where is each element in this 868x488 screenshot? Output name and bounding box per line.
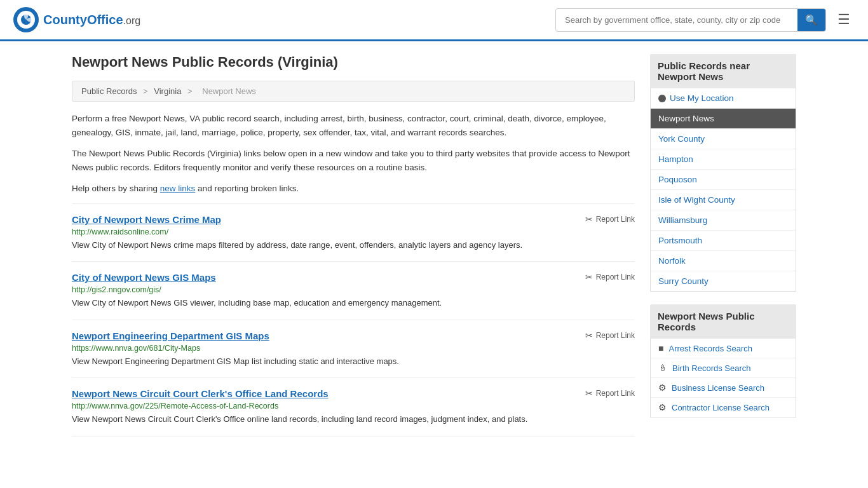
sidebar-nearby-item[interactable]: Surry County bbox=[651, 271, 796, 291]
sidebar-item-link[interactable]: Portsmouth bbox=[658, 236, 702, 245]
sidebar-nearby-item[interactable]: Isle of Wight County bbox=[651, 190, 796, 210]
nearby-list: Use My Location Newport NewsYork CountyH… bbox=[650, 88, 796, 292]
sidebar-item-link[interactable]: Isle of Wight County bbox=[658, 195, 735, 205]
sidebar-record-link[interactable]: Birth Records Search bbox=[672, 363, 751, 373]
logo-icon bbox=[13, 6, 39, 33]
sidebar-item-link[interactable]: York County bbox=[658, 134, 705, 144]
report-link[interactable]: ✂ Report Link bbox=[585, 388, 635, 398]
sidebar-nearby-item[interactable]: Newport News bbox=[651, 109, 796, 129]
location-dot-icon bbox=[658, 95, 666, 102]
record-title[interactable]: City of Newport News Crime Map bbox=[72, 214, 221, 225]
scissors-icon: ✂ bbox=[585, 272, 593, 282]
scissors-icon: ✂ bbox=[585, 330, 593, 341]
sidebar-nearby-item[interactable]: Portsmouth bbox=[651, 231, 796, 251]
sidebar-record-item[interactable]: 🕯 Birth Records Search bbox=[651, 358, 796, 378]
nearby-header: Public Records near Newport News bbox=[650, 54, 796, 88]
use-location-link[interactable]: Use My Location bbox=[670, 93, 734, 103]
records-sidebar-list: ■ Arrest Records Search 🕯 Birth Records … bbox=[650, 339, 796, 417]
record-desc: View Newport Engineering Department GIS … bbox=[72, 355, 635, 368]
sidebar-record-link[interactable]: Contractor License Search bbox=[672, 403, 770, 412]
sidebar-item-link[interactable]: Norfolk bbox=[658, 256, 686, 266]
sidebar-item-link[interactable]: Hampton bbox=[658, 154, 693, 164]
record-type-icon: ⚙ bbox=[658, 383, 667, 393]
sidebar-item-label: Newport News bbox=[658, 114, 714, 123]
header-right: 🔍 ☰ bbox=[555, 8, 855, 32]
records-sidebar-header: Newport News Public Records bbox=[650, 304, 796, 339]
search-button[interactable]: 🔍 bbox=[797, 9, 825, 31]
breadcrumb: Public Records > Virginia > Newport News bbox=[72, 81, 635, 102]
sidebar-record-item[interactable]: ⚙ Contractor License Search bbox=[651, 398, 796, 417]
sidebar-record-link[interactable]: Business License Search bbox=[672, 383, 764, 393]
sidebar-item-link[interactable]: Williamsburg bbox=[658, 215, 707, 225]
record-item: City of Newport News GIS Maps ✂ Report L… bbox=[72, 262, 635, 320]
main-container: Newport News Public Records (Virginia) P… bbox=[59, 41, 809, 449]
use-location-item[interactable]: Use My Location bbox=[651, 88, 796, 109]
sidebar-nearby-item[interactable]: Norfolk bbox=[651, 251, 796, 271]
record-desc: View City of Newport News GIS viewer, in… bbox=[72, 297, 635, 309]
page-title: Newport News Public Records (Virginia) bbox=[72, 54, 635, 71]
report-link-label: Report Link bbox=[596, 215, 635, 224]
breadcrumb-newport-news: Newport News bbox=[202, 86, 256, 96]
record-title[interactable]: Newport News Circuit Court Clerk's Offic… bbox=[72, 388, 329, 399]
record-title[interactable]: City of Newport News GIS Maps bbox=[72, 272, 216, 283]
search-bar: 🔍 bbox=[555, 8, 826, 32]
breadcrumb-sep1: > bbox=[143, 86, 150, 96]
sidebar-record-item[interactable]: ■ Arrest Records Search bbox=[651, 339, 796, 358]
records-container: City of Newport News Crime Map ✂ Report … bbox=[72, 203, 635, 437]
record-title[interactable]: Newport Engineering Department GIS Maps bbox=[72, 330, 269, 341]
sidebar-nearby-item[interactable]: Hampton bbox=[651, 149, 796, 170]
record-item: Newport News Circuit Court Clerk's Offic… bbox=[72, 378, 635, 437]
sidebar: Public Records near Newport News Use My … bbox=[650, 54, 796, 437]
logo-area: CountyOffice.org bbox=[13, 6, 140, 33]
sidebar-nearby-item[interactable]: Poquoson bbox=[651, 170, 796, 190]
header: CountyOffice.org 🔍 ☰ bbox=[0, 0, 868, 41]
record-desc: View City of Newport News crime maps fil… bbox=[72, 239, 635, 252]
description-p3: Help others by sharing new links and rep… bbox=[72, 182, 635, 196]
record-item: Newport Engineering Department GIS Maps … bbox=[72, 320, 635, 379]
record-item: City of Newport News Crime Map ✂ Report … bbox=[72, 203, 635, 262]
nearby-section: Public Records near Newport News Use My … bbox=[650, 54, 796, 292]
breadcrumb-public-records[interactable]: Public Records bbox=[81, 86, 137, 96]
sidebar-nearby-item[interactable]: Williamsburg bbox=[651, 210, 796, 231]
records-section: Newport News Public Records ■ Arrest Rec… bbox=[650, 304, 796, 417]
breadcrumb-virginia[interactable]: Virginia bbox=[154, 86, 181, 96]
sidebar-record-link[interactable]: Arrest Records Search bbox=[668, 344, 752, 353]
report-link-label: Report Link bbox=[596, 273, 635, 281]
main-content: Newport News Public Records (Virginia) P… bbox=[72, 54, 635, 437]
sidebar-item-link[interactable]: Surry County bbox=[658, 276, 709, 286]
scissors-icon: ✂ bbox=[585, 388, 593, 398]
sidebar-record-item[interactable]: ⚙ Business License Search bbox=[651, 378, 796, 398]
new-links-link[interactable]: new links bbox=[160, 184, 196, 193]
record-desc: View Newport News Circuit Court Clerk's … bbox=[72, 413, 635, 426]
scissors-icon: ✂ bbox=[585, 214, 593, 224]
record-url: http://www.nnva.gov/225/Remote-Access-of… bbox=[72, 402, 635, 410]
record-type-icon: ⚙ bbox=[658, 402, 667, 412]
menu-button[interactable]: ☰ bbox=[832, 9, 855, 30]
record-url: http://www.raidsonline.com/ bbox=[72, 227, 635, 236]
record-url: https://www.nnva.gov/681/City-Maps bbox=[72, 344, 635, 353]
report-link-label: Report Link bbox=[596, 389, 635, 398]
logo-text: CountyOffice.org bbox=[43, 13, 140, 27]
report-link-label: Report Link bbox=[596, 331, 635, 340]
description-p2: The Newport News Public Records (Virgini… bbox=[72, 147, 635, 174]
record-type-icon: ■ bbox=[658, 343, 663, 353]
report-link[interactable]: ✂ Report Link bbox=[585, 330, 635, 341]
breadcrumb-sep2: > bbox=[187, 86, 194, 96]
report-link[interactable]: ✂ Report Link bbox=[585, 272, 635, 282]
search-input[interactable] bbox=[556, 10, 797, 30]
sidebar-nearby-item[interactable]: York County bbox=[651, 129, 796, 149]
report-link[interactable]: ✂ Report Link bbox=[585, 214, 635, 224]
sidebar-item-link[interactable]: Poquoson bbox=[658, 175, 697, 184]
description-p1: Perform a free Newport News, VA public r… bbox=[72, 112, 635, 139]
record-type-icon: 🕯 bbox=[658, 363, 667, 373]
record-url: http://gis2.nngov.com/gis/ bbox=[72, 285, 635, 294]
